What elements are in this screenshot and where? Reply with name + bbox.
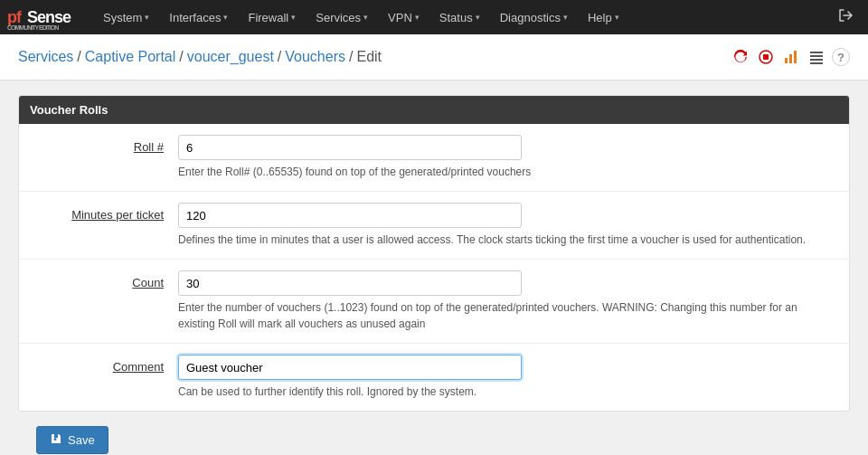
navbar: pf Sense COMMUNITY EDITION System ▾ Inte…: [0, 0, 868, 34]
breadcrumb-captive-portal[interactable]: Captive Portal: [85, 49, 176, 65]
svg-text:pf: pf: [7, 8, 23, 26]
panel-title: Voucher Rolls: [19, 96, 849, 124]
stop-icon[interactable]: [756, 47, 776, 67]
breadcrumb: Services / Captive Portal / voucer_guest…: [18, 49, 382, 65]
field-minutes-per-ticket: Minutes per ticket Defines the time in m…: [19, 192, 849, 260]
save-label: Save: [68, 433, 95, 447]
nav-item-interfaces[interactable]: Interfaces ▾: [160, 5, 237, 30]
panel-body: Roll # Enter the Roll# (0..65535) found …: [19, 124, 849, 411]
logout-button[interactable]: [830, 4, 861, 31]
breadcrumb-sep-2: /: [179, 49, 183, 65]
svg-rect-7: [794, 51, 797, 63]
logo-text: pf Sense COMMUNITY EDITION: [7, 7, 80, 25]
chevron-down-icon: ▾: [415, 13, 420, 22]
label-count: Count: [132, 276, 164, 289]
field-count: Count Enter the number of vouchers (1..1…: [19, 260, 849, 344]
save-icon: [50, 432, 62, 448]
chevron-down-icon: ▾: [145, 13, 149, 22]
chevron-down-icon: ▾: [223, 13, 228, 22]
breadcrumb-vouchers[interactable]: Vouchers: [285, 49, 345, 65]
save-button[interactable]: Save: [36, 426, 108, 454]
reload-icon[interactable]: [731, 47, 750, 67]
svg-rect-5: [785, 58, 788, 63]
chevron-down-icon: ▾: [615, 13, 619, 22]
chevron-down-icon: ▾: [363, 13, 368, 22]
svg-text:Sense: Sense: [27, 8, 71, 26]
field-roll-number: Roll # Enter the Roll# (0..65535) found …: [19, 124, 849, 192]
nav-menu: System ▾ Interfaces ▾ Firewall ▾ Service…: [94, 5, 830, 30]
breadcrumb-sep-3: /: [278, 49, 281, 65]
svg-rect-9: [810, 55, 823, 57]
svg-rect-6: [789, 54, 792, 63]
breadcrumb-services[interactable]: Services: [18, 49, 73, 65]
main-content: Voucher Rolls Roll # Enter the Roll# (0.…: [0, 81, 868, 455]
voucher-rolls-panel: Voucher Rolls Roll # Enter the Roll# (0.…: [18, 95, 850, 412]
nav-item-vpn[interactable]: VPN ▾: [379, 5, 429, 30]
label-comment: Comment: [113, 360, 164, 374]
chevron-down-icon: ▾: [476, 13, 480, 22]
help-roll-number: Enter the Roll# (0..65535) found on top …: [178, 164, 835, 180]
field-comment: Comment Can be used to further identify …: [19, 344, 849, 411]
label-roll-number: Roll #: [134, 140, 164, 154]
page-header: Services / Captive Portal / voucer_guest…: [0, 34, 868, 81]
svg-text:COMMUNITY EDITION: COMMUNITY EDITION: [7, 24, 59, 30]
svg-rect-8: [810, 52, 823, 53]
help-comment: Can be used to further identify this rol…: [178, 384, 835, 400]
nav-item-diagnostics[interactable]: Diagnostics ▾: [491, 5, 577, 30]
form-actions: Save: [18, 412, 850, 455]
chevron-down-icon: ▾: [291, 13, 296, 22]
help-count: Enter the number of vouchers (1..1023) f…: [178, 299, 835, 332]
help-minutes-per-ticket: Defines the time in minutes that a user …: [178, 232, 835, 248]
input-roll-number[interactable]: [178, 135, 522, 160]
brand-logo: pf Sense COMMUNITY EDITION: [7, 5, 80, 30]
svg-rect-11: [810, 62, 823, 64]
input-minutes-per-ticket[interactable]: [178, 203, 522, 228]
svg-rect-10: [810, 59, 823, 61]
list-icon[interactable]: [807, 47, 826, 67]
nav-item-status[interactable]: Status ▾: [430, 5, 489, 30]
chart-icon[interactable]: [781, 47, 801, 67]
header-icons: ?: [731, 47, 850, 67]
input-comment[interactable]: [178, 355, 522, 380]
nav-item-firewall[interactable]: Firewall ▾: [239, 5, 305, 30]
chevron-down-icon: ▾: [563, 13, 568, 22]
nav-item-services[interactable]: Services ▾: [307, 5, 377, 30]
nav-item-system[interactable]: System ▾: [94, 5, 158, 30]
breadcrumb-voucer-guest[interactable]: voucer_guest: [187, 49, 274, 65]
svg-rect-4: [763, 54, 769, 60]
input-count[interactable]: [178, 270, 522, 296]
breadcrumb-sep-4: /: [349, 49, 353, 65]
breadcrumb-sep-1: /: [77, 49, 80, 65]
label-minutes-per-ticket: Minutes per ticket: [71, 208, 164, 222]
nav-item-help[interactable]: Help ▾: [579, 5, 628, 30]
breadcrumb-current: Edit: [356, 49, 382, 65]
help-icon[interactable]: ?: [832, 48, 850, 66]
